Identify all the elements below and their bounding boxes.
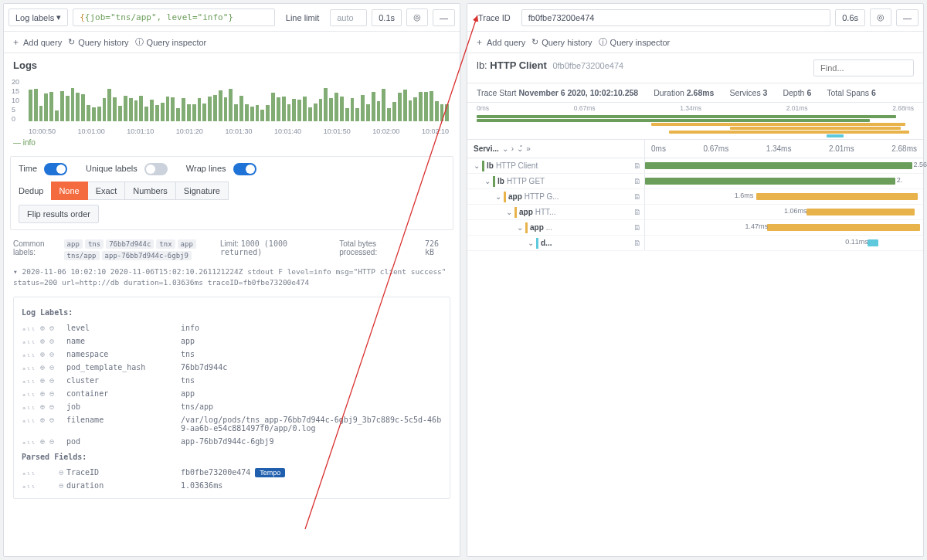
- dedup-signature[interactable]: Signature: [176, 182, 229, 200]
- chevron-down-icon[interactable]: ⌄: [517, 223, 523, 232]
- stats-icon[interactable]: ₐₗₗ: [22, 416, 36, 424]
- log-bar[interactable]: [440, 104, 444, 121]
- span-row[interactable]: ⌄ app HTTP G... 🗎 1.6ms: [467, 189, 923, 205]
- query-inspector-button-right[interactable]: ⓘ Query inspector: [599, 36, 671, 48]
- stats-icon[interactable]: ₐₗₗ: [22, 389, 36, 398]
- stats-icon[interactable]: ₐₗₗ: [22, 324, 36, 332]
- log-bar[interactable]: [424, 92, 428, 121]
- unique-labels-toggle[interactable]: [144, 163, 168, 175]
- span-row[interactable]: ⌄ d... 🗎 0.11ms: [467, 236, 923, 251]
- log-bar[interactable]: [208, 97, 212, 121]
- log-bar[interactable]: [234, 104, 238, 121]
- log-bar[interactable]: [366, 104, 370, 121]
- chevron-down-icon[interactable]: ⌄: [484, 177, 491, 185]
- zoom-out-icon[interactable]: ⊖: [49, 324, 54, 332]
- log-bar[interactable]: [150, 100, 154, 121]
- trace-minimap[interactable]: 0ms0.67ms1.34ms2.01ms2.68ms: [467, 103, 923, 140]
- log-bar[interactable]: [277, 97, 280, 121]
- log-bar[interactable]: [87, 105, 90, 121]
- zoom-in-icon[interactable]: ⊕: [40, 389, 45, 398]
- query-history-button[interactable]: ↻ Query history: [68, 36, 128, 48]
- log-bar[interactable]: [39, 106, 43, 121]
- log-bar[interactable]: [271, 93, 275, 121]
- stats-icon[interactable]: ₐₗₗ: [22, 337, 36, 345]
- live-icon[interactable]: ◎: [406, 8, 428, 26]
- log-bar[interactable]: [187, 104, 191, 121]
- log-bar[interactable]: [49, 92, 53, 121]
- chevron-down-icon[interactable]: ⌄: [474, 161, 480, 170]
- zoom-out-icon[interactable]: ⊖: [49, 402, 54, 411]
- log-bar[interactable]: [361, 95, 365, 121]
- log-bar[interactable]: [129, 98, 133, 121]
- zoom-icon[interactable]: ⊖: [59, 468, 63, 477]
- log-bar[interactable]: [55, 110, 59, 121]
- log-bar[interactable]: [345, 108, 349, 121]
- live-icon-right[interactable]: ◎: [870, 8, 891, 26]
- log-bar[interactable]: [292, 99, 296, 121]
- log-bar[interactable]: [213, 95, 217, 121]
- log-bar[interactable]: [250, 107, 254, 121]
- zoom-out-icon[interactable]: ⊖: [49, 376, 54, 385]
- wrap-lines-toggle[interactable]: [233, 163, 256, 175]
- tempo-link[interactable]: Tempo: [255, 468, 285, 477]
- log-bar[interactable]: [351, 98, 355, 121]
- log-bar[interactable]: [398, 93, 402, 121]
- log-bar[interactable]: [324, 88, 328, 121]
- collapse-icon[interactable]: —: [433, 9, 455, 26]
- zoom-icon[interactable]: ⊖: [59, 481, 63, 490]
- log-bar[interactable]: [71, 88, 75, 121]
- log-bar[interactable]: [124, 96, 127, 121]
- log-bar[interactable]: [287, 104, 291, 121]
- log-labels-dropdown[interactable]: Log labels ▾: [8, 8, 68, 26]
- log-bar[interactable]: [260, 110, 264, 121]
- log-bar[interactable]: [144, 107, 148, 121]
- log-bar[interactable]: [382, 89, 385, 121]
- log-bar[interactable]: [176, 108, 180, 121]
- doc-icon[interactable]: 🗎: [633, 208, 641, 216]
- doc-icon[interactable]: 🗎: [633, 239, 641, 247]
- log-bar[interactable]: [245, 104, 249, 122]
- log-line[interactable]: ▾ 2020-11-06 10:02:10 2020-11-06T15:02:1…: [4, 263, 460, 292]
- log-bar[interactable]: [430, 91, 433, 121]
- log-bar[interactable]: [107, 89, 111, 121]
- doc-icon[interactable]: 🗎: [633, 177, 641, 185]
- log-bar[interactable]: [229, 89, 233, 121]
- log-bar[interactable]: [202, 104, 206, 121]
- log-bar[interactable]: [182, 98, 185, 121]
- log-bar[interactable]: [171, 97, 175, 121]
- span-row[interactable]: ⌄ lb HTTP Client 🗎 2.56: [467, 158, 923, 174]
- log-bar[interactable]: [103, 98, 107, 121]
- log-bar[interactable]: [297, 100, 301, 121]
- dedup-none[interactable]: None: [51, 182, 87, 200]
- add-query-button[interactable]: ＋ Add query: [12, 36, 62, 48]
- log-bar[interactable]: [44, 93, 48, 121]
- log-bar[interactable]: [219, 90, 222, 121]
- find-input[interactable]: [813, 59, 914, 76]
- log-bar[interactable]: [403, 90, 407, 121]
- stats-icon[interactable]: ₐₗₗ: [22, 363, 36, 372]
- log-bar[interactable]: [60, 91, 64, 121]
- log-bar[interactable]: [387, 108, 391, 121]
- trace-id-input[interactable]: fb0fbe73200e474: [521, 9, 830, 26]
- query-history-button-right[interactable]: ↻ Query history: [531, 36, 592, 48]
- log-bar[interactable]: [314, 104, 317, 121]
- log-bar[interactable]: [372, 92, 375, 121]
- doc-icon[interactable]: 🗎: [633, 223, 641, 232]
- log-bar[interactable]: [34, 89, 38, 121]
- query-input[interactable]: {{job="tns/app", level="info"}: [73, 8, 275, 26]
- zoom-in-icon[interactable]: ⊕: [40, 337, 45, 345]
- log-bar[interactable]: [392, 102, 396, 121]
- zoom-out-icon[interactable]: ⊖: [49, 337, 54, 345]
- log-bar[interactable]: [413, 97, 417, 121]
- query-inspector-button[interactable]: ⓘ Query inspector: [135, 36, 207, 48]
- span-row[interactable]: ⌄ lb HTTP GET 🗎 2.: [467, 174, 923, 189]
- log-bar[interactable]: [161, 103, 165, 121]
- zoom-out-icon[interactable]: ⊖: [49, 350, 54, 358]
- log-bar[interactable]: [155, 105, 159, 121]
- zoom-out-icon[interactable]: ⊖: [49, 437, 54, 446]
- log-bar[interactable]: [166, 97, 170, 121]
- chevron-down-icon[interactable]: ⌄: [495, 192, 501, 201]
- log-bar[interactable]: [192, 104, 196, 121]
- log-bar[interactable]: [419, 92, 423, 121]
- log-bar[interactable]: [224, 97, 228, 121]
